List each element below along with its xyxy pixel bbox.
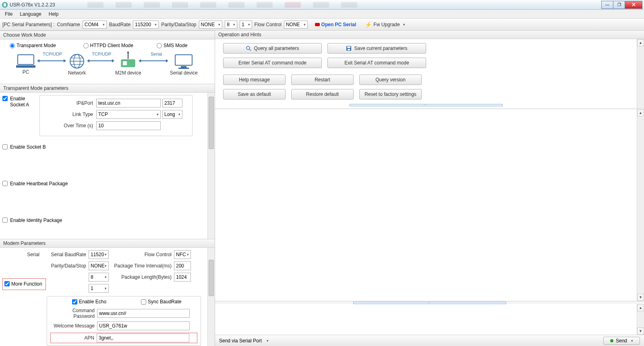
svg-rect-15 <box>178 68 189 69</box>
chevron-down-icon: ▾ <box>631 339 633 343</box>
menu-help[interactable]: Help <box>46 10 62 18</box>
apn-input[interactable] <box>97 334 189 342</box>
svg-point-16 <box>246 46 250 50</box>
save-current-parameters-button[interactable]: Save current parameters <box>327 43 426 54</box>
restore-default-button[interactable]: Restore default <box>291 89 354 99</box>
minimize-button[interactable]: — <box>601 1 613 9</box>
send-button[interactable]: Send ▾ <box>603 337 640 345</box>
enable-identity-checkbox[interactable] <box>2 218 8 223</box>
query-version-button[interactable]: Query version <box>359 75 422 85</box>
stopbits-select[interactable]: 1 <box>240 21 252 29</box>
magnifier-icon <box>246 46 251 51</box>
restart-button[interactable]: Restart <box>291 75 354 85</box>
enable-heartbeat-checkbox[interactable] <box>2 181 8 186</box>
choose-work-mode-header: Choose Work Mode <box>0 31 215 39</box>
enable-socket-a-checkbox[interactable] <box>2 96 8 101</box>
menu-file[interactable]: File <box>2 10 16 18</box>
title-bar: USR-G76x V1.2.2.23 — ❐ ✕ <box>0 0 644 10</box>
m2m-device-icon <box>115 52 141 69</box>
modem-flowcontrol-select[interactable]: NFC <box>174 250 191 259</box>
console-scrollbar[interactable]: ▲ ▼ <box>637 109 644 301</box>
splitter-grip-top[interactable] <box>223 104 629 107</box>
command-password-label: Command Password <box>50 308 95 319</box>
port-input[interactable] <box>162 99 182 108</box>
transparent-scrollbar[interactable] <box>207 93 215 239</box>
svg-rect-20 <box>348 49 350 50</box>
ip-input[interactable] <box>96 99 161 108</box>
comname-select[interactable]: COM4 <box>83 21 107 29</box>
chevron-down-icon[interactable]: ▾ <box>267 339 269 343</box>
svg-rect-1 <box>4 3 6 6</box>
welcome-message-input[interactable] <box>97 321 190 330</box>
serial-baudrate-select[interactable]: 11520 <box>89 250 109 259</box>
serial-toolbar: [PC Serial Parameters] : ComName COM4 Ba… <box>0 19 644 31</box>
save-as-default-button[interactable]: Save as default <box>223 89 286 99</box>
operation-hints-header: Operation and Hints <box>215 31 644 39</box>
arrow-icon <box>141 60 166 61</box>
send-via-label[interactable]: Send via Serial Port <box>219 338 262 344</box>
fw-upgrade-button[interactable]: ⚡ Fw Upgrade ▾ <box>365 21 405 28</box>
menu-language[interactable]: Language <box>17 10 44 18</box>
flowcontrol-select[interactable]: NONE <box>284 21 308 29</box>
ip-port-label: IP&Port <box>44 100 96 106</box>
enable-echo-checkbox[interactable]: Enable Echo <box>72 299 106 305</box>
modem-stopbits-select[interactable]: 1 <box>89 284 109 293</box>
svg-point-10 <box>127 52 129 53</box>
package-time-interval-input[interactable] <box>174 261 191 270</box>
open-pc-serial-button[interactable]: Open PC Serial <box>315 22 356 27</box>
modem-parity-select[interactable]: NONE <box>89 261 109 270</box>
comname-label: ComName <box>57 22 80 27</box>
sync-baudrate-checkbox[interactable]: Sync BaudRate <box>141 299 181 305</box>
close-button[interactable]: ✕ <box>625 1 642 9</box>
package-time-interval-label: Package Time Interval(ms) <box>111 263 172 269</box>
modem-params-header: Modem Parameters <box>0 239 215 248</box>
enter-at-mode-button[interactable]: Enter Serial AT command mode <box>223 58 322 68</box>
arrow-icon <box>89 60 112 61</box>
svg-rect-14 <box>181 66 186 68</box>
transparent-mode-radio[interactable]: Transparent Mode <box>10 43 56 48</box>
modem-scrollbar[interactable] <box>207 248 215 346</box>
send-bar: Send via Serial Port ▾ Send ▾ <box>215 335 644 346</box>
send-status-icon <box>610 339 613 342</box>
menu-bar: File Language Help <box>0 10 644 19</box>
svg-line-17 <box>249 49 251 51</box>
serial-label: Serial <box>2 252 39 257</box>
log-console: ▲ ▼ <box>215 109 644 301</box>
save-icon <box>346 46 352 51</box>
modem-flowcontrol-label: Flow Control <box>111 252 172 257</box>
overtime-input[interactable] <box>96 121 161 130</box>
reset-factory-button[interactable]: Reset to factory settings <box>359 89 422 99</box>
package-length-label: Package Length(Bytes) <box>111 274 172 280</box>
overtime-label: Over Time (s) <box>44 123 96 128</box>
maximize-button[interactable]: ❐ <box>613 1 625 9</box>
package-length-input[interactable] <box>174 273 191 282</box>
parity-data-stop-label: Parity/Data/Stop <box>161 22 196 27</box>
lightning-icon: ⚡ <box>365 21 372 28</box>
enable-socket-b-checkbox[interactable] <box>2 144 8 149</box>
more-function-checkbox[interactable] <box>4 281 10 286</box>
welcome-message-label: Welcome Message <box>50 323 95 329</box>
modem-databits-select[interactable]: 8 <box>89 273 109 282</box>
serial-status-led-icon <box>315 23 320 26</box>
link-type-label: Link Type <box>44 112 96 117</box>
arrow-icon <box>39 60 64 61</box>
link-type-select[interactable]: TCP <box>96 110 161 119</box>
splitter-grip-bottom[interactable] <box>215 301 644 304</box>
baudrate-select[interactable]: 115200 <box>133 21 159 29</box>
baudrate-label: BaudRate <box>109 22 130 27</box>
httpd-client-mode-radio[interactable]: HTTPD Client Mode <box>83 43 133 48</box>
help-message-button[interactable]: Help message <box>223 75 286 85</box>
svg-rect-2 <box>18 55 34 64</box>
flowcontrol-label: Flow Control <box>255 22 282 27</box>
input-scrollbar[interactable]: ▲ ▼ <box>637 304 644 335</box>
command-password-input[interactable] <box>97 309 190 318</box>
ops-scrollbar[interactable]: ▲ <box>637 39 644 109</box>
sms-mode-radio[interactable]: SMS Mode <box>157 43 187 48</box>
query-all-parameters-button[interactable]: Query all parameters <box>223 43 322 54</box>
globe-icon <box>68 53 86 69</box>
conn-type-select[interactable]: Long <box>162 110 182 119</box>
databits-select[interactable]: 8 <box>225 21 237 29</box>
svg-rect-12 <box>123 61 127 65</box>
parity-select[interactable]: NONE <box>199 21 223 29</box>
exit-at-mode-button[interactable]: Exit Serial AT command mode <box>327 58 426 68</box>
